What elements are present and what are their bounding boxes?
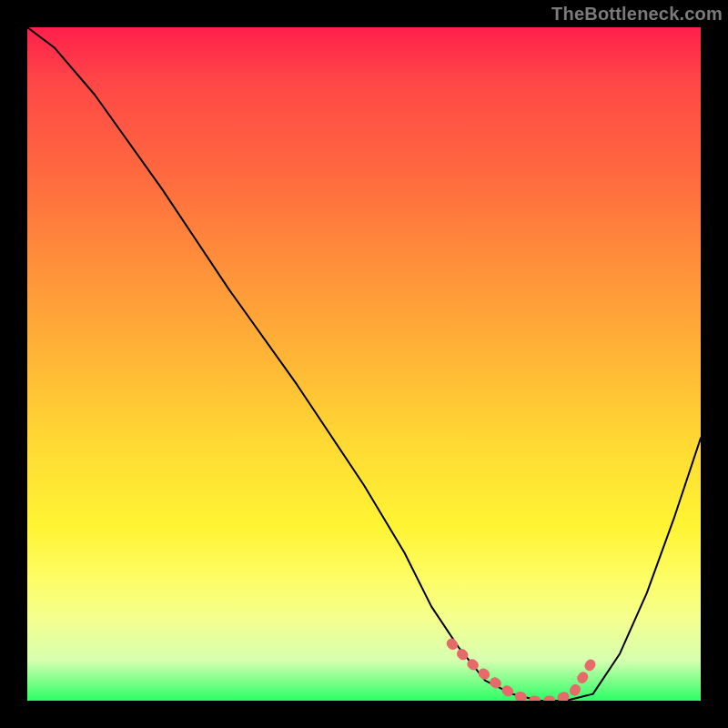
chart-frame: TheBottleneck.com — [0, 0, 728, 728]
plot-area — [27, 27, 701, 701]
watermark-text: TheBottleneck.com — [551, 4, 723, 25]
curve-svg — [27, 27, 701, 701]
bottleneck-curve — [27, 27, 701, 701]
optimal-zone — [451, 643, 592, 701]
